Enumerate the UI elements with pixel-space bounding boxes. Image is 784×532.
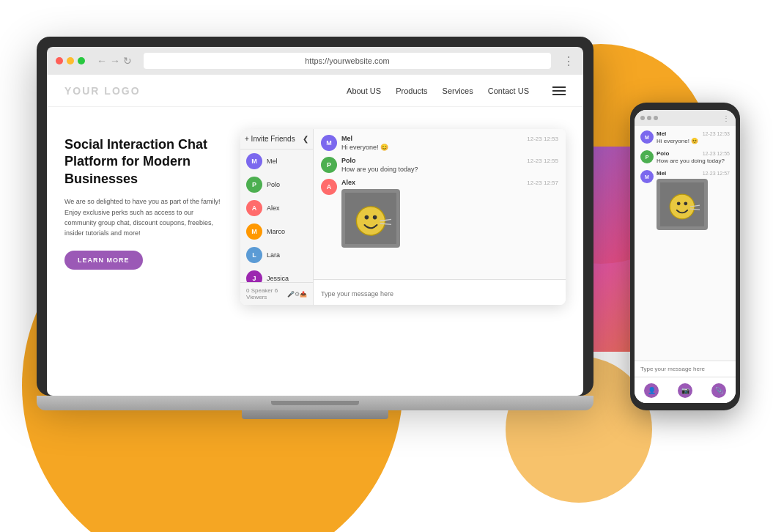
maximize-dot[interactable] (78, 57, 85, 64)
table-row: P Polo 12-23 12:55 How are you doing tod… (321, 157, 558, 173)
phone-bottom-bar: 👤 📷 📎 (635, 377, 736, 403)
chat-footer-speakers: 0 Speaker 6 Viewers 🎤 ⚙ 📤 (240, 282, 313, 305)
message-text: Hi everyone! 😊 (657, 138, 730, 144)
phone-chat-input[interactable] (640, 366, 730, 372)
avatar: P (640, 150, 654, 163)
message-sender: Polo (341, 157, 356, 164)
table-row: P Polo 12-23 12:55 How are you doing tod… (640, 150, 730, 164)
phone-traffic-lights (640, 116, 658, 120)
website-content: YOUR LOGO About US Products Services Con… (47, 75, 583, 396)
phone-person-icon[interactable]: 👤 (644, 383, 659, 398)
avatar: M (246, 223, 262, 240)
share-icon[interactable]: 📤 (300, 291, 307, 298)
browser-options-icon[interactable]: ⋮ (563, 54, 574, 68)
laptop-screen: ← → ↻ https://yourwebsite.com ⋮ YOUR LOG… (47, 47, 583, 396)
browser-navigation: ← → ↻ (97, 55, 132, 67)
message-header: Polo 12-23 12:55 (657, 150, 730, 157)
chat-input-area[interactable] (314, 279, 566, 305)
avatar: M (246, 153, 262, 169)
avatar: L (246, 247, 262, 263)
table-row: M Mel 12-23 12:53 Hi everyone! 😊 (321, 135, 558, 151)
message-image (341, 189, 400, 248)
message-time: 12-23 12:57 (703, 171, 730, 176)
nav-contact[interactable]: Contact US (488, 86, 529, 95)
message-header: Mel 12-23 12:57 (657, 170, 730, 177)
nav-about[interactable]: About US (347, 86, 381, 95)
laptop-stand (242, 410, 388, 419)
nav-products[interactable]: Products (396, 86, 427, 95)
avatar: J (246, 270, 262, 282)
url-bar[interactable]: https://yourwebsite.com (144, 53, 551, 69)
phone-input-area[interactable] (635, 361, 736, 377)
svg-point-9 (684, 202, 687, 205)
list-item[interactable]: J Jessica (240, 267, 313, 282)
message-header: Mel 12-23 12:53 (657, 130, 730, 137)
svg-point-3 (373, 215, 377, 220)
forward-arrow-icon[interactable]: → (110, 55, 120, 67)
table-row: M Mel 12-23 12:57 (640, 170, 730, 230)
message-content: Polo 12-23 12:55 How are you doing today… (341, 157, 558, 173)
message-time: 12-23 12:57 (527, 180, 558, 186)
message-time: 12-23 12:53 (527, 136, 558, 142)
message-sender: Mel (657, 130, 666, 137)
chat-interface: + Invite Friends ❮ M Mel P Polo (240, 129, 566, 305)
svg-point-2 (365, 215, 369, 220)
invite-friends-label[interactable]: + Invite Friends (245, 135, 295, 143)
phone-attach-icon[interactable]: 📎 (711, 383, 726, 398)
table-row: A Alex 12-23 12:57 (321, 179, 558, 248)
avatar: P (246, 177, 262, 193)
phone-body: ⋮ M Mel 12-23 12:53 Hi everyone! 😊 (630, 103, 740, 410)
message-content: Mel 12-23 12:53 Hi everyone! 😊 (341, 135, 558, 151)
message-header: Polo 12-23 12:55 (341, 157, 558, 164)
message-content: Mel 12-23 12:53 Hi everyone! 😊 (657, 130, 730, 144)
avatar: A (246, 200, 262, 216)
refresh-icon[interactable]: ↻ (123, 55, 132, 67)
chat-sidebar-header: + Invite Friends ❮ (240, 129, 313, 149)
user-name: Alex (267, 204, 280, 212)
chat-user-list: M Mel P Polo A Alex (240, 149, 313, 282)
nav-services[interactable]: Services (443, 86, 473, 95)
phone-dot-2 (647, 116, 651, 120)
list-item[interactable]: M Mel (240, 149, 313, 173)
laptop-body: ← → ↻ https://yourwebsite.com ⋮ YOUR LOG… (37, 37, 593, 396)
speaker-count: 0 Speaker 6 Viewers (246, 287, 287, 300)
list-item[interactable]: M Marco (240, 220, 313, 243)
mic-icon[interactable]: 🎤 (287, 291, 295, 298)
chat-input[interactable] (321, 290, 558, 298)
phone-menu-icon[interactable]: ⋮ (722, 114, 730, 122)
message-time: 12-23 12:55 (703, 151, 730, 156)
user-name: Mel (267, 158, 278, 165)
message-header: Alex 12-23 12:57 (341, 179, 558, 186)
message-content: Mel 12-23 12:57 (657, 170, 730, 230)
hamburger-menu[interactable] (552, 86, 566, 95)
minimize-dot[interactable] (67, 57, 74, 64)
table-row: M Mel 12-23 12:53 Hi everyone! 😊 (640, 130, 730, 144)
svg-point-8 (677, 202, 681, 205)
browser-traffic-lights (56, 57, 85, 64)
message-time: 12-23 12:53 (703, 131, 730, 136)
phone-messages-list: M Mel 12-23 12:53 Hi everyone! 😊 P P (635, 126, 736, 361)
close-dot[interactable] (56, 57, 63, 64)
user-name: Jessica (267, 275, 289, 282)
phone-camera-icon[interactable]: 📷 (678, 383, 692, 398)
browser-bar: ← → ↻ https://yourwebsite.com ⋮ (47, 47, 583, 75)
list-item[interactable]: A Alex (240, 196, 313, 220)
message-image (657, 179, 708, 230)
message-sender: Mel (657, 170, 666, 177)
phone-top-bar: ⋮ (635, 110, 736, 126)
message-sender: Mel (341, 135, 352, 142)
phone-dot-3 (654, 116, 658, 120)
settings-icon[interactable]: ⚙ (295, 291, 300, 298)
list-item[interactable]: P Polo (240, 173, 313, 196)
laptop-base (37, 396, 593, 410)
collapse-icon[interactable]: ❮ (303, 135, 308, 143)
hero-title: Social Interaction Chat Platform for Mod… (64, 136, 226, 188)
message-text: Hi everyone! 😊 (341, 144, 558, 151)
avatar: M (640, 130, 654, 144)
list-item[interactable]: L Lara (240, 243, 313, 267)
site-hero: Social Interaction Chat Platform for Mod… (47, 107, 583, 396)
learn-more-button[interactable]: LEARN MORE (64, 251, 143, 270)
site-logo: YOUR LOGO (64, 85, 347, 97)
back-arrow-icon[interactable]: ← (97, 55, 107, 67)
avatar: M (640, 170, 654, 183)
